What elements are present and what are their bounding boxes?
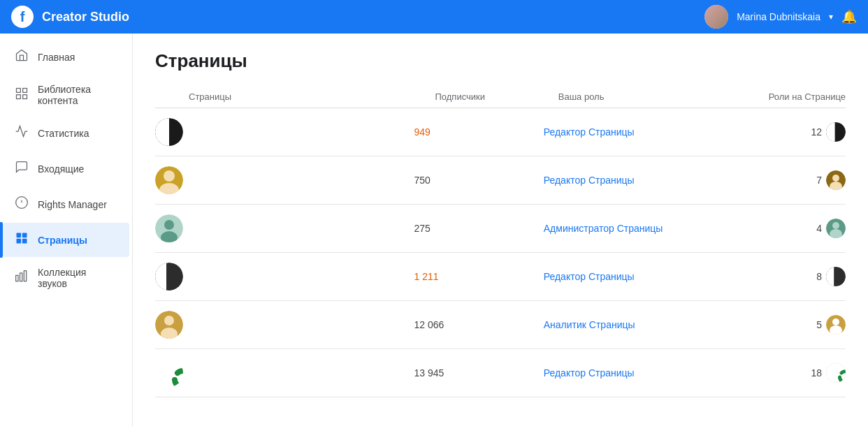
chevron-down-icon[interactable]: ▾	[829, 12, 833, 22]
role-avatar	[826, 219, 846, 238]
svg-point-17	[164, 170, 175, 182]
roles-number: 7	[816, 175, 822, 186]
svg-rect-6	[22, 233, 27, 238]
pages-icon	[14, 231, 29, 249]
cell-roles-count: 18	[716, 363, 846, 383]
library-icon	[14, 87, 29, 104]
table-row[interactable]: 12 066 Аналитик Страницы 5	[155, 301, 846, 349]
svg-rect-10	[20, 273, 22, 281]
page-thumbnail	[155, 311, 183, 339]
page-thumbnail	[155, 118, 183, 146]
header-left: f Creator Studio	[11, 6, 129, 28]
role-avatar	[826, 122, 846, 142]
table-row[interactable]: 275 Администратор Страницы 4	[155, 205, 846, 253]
role-avatar	[826, 315, 846, 335]
table-row[interactable]: 949 Редактор Страницы 12	[155, 108, 846, 156]
sidebar-item-rights[interactable]: Rights Manager	[3, 187, 129, 221]
sidebar-label-home: Главная	[38, 52, 75, 63]
cell-roles-count: 8	[716, 267, 846, 286]
rights-icon	[14, 196, 29, 213]
cell-page	[155, 263, 414, 291]
cell-subscribers: 275	[414, 223, 544, 234]
svg-point-23	[164, 220, 174, 230]
sidebar-label-inbox: Входящие	[38, 163, 84, 175]
cell-role: Редактор Страницы	[544, 367, 716, 379]
cell-role: Редактор Страницы	[544, 126, 716, 138]
page-title: Страницы	[155, 50, 846, 72]
sounds-icon	[14, 270, 29, 287]
sidebar-item-stats[interactable]: Статистика	[3, 116, 129, 150]
svg-rect-1	[23, 88, 27, 92]
sidebar-wrapper-home: Главная	[0, 39, 132, 75]
header-right: Marina Dubnitskaia ▾ 🔔	[704, 5, 857, 29]
sidebar-item-library[interactable]: Библиотека контента	[3, 75, 129, 115]
svg-rect-8	[22, 239, 27, 244]
svg-rect-2	[17, 94, 21, 98]
svg-point-33	[164, 316, 174, 325]
page-thumbnail	[155, 263, 183, 291]
cell-subscribers: 750	[414, 175, 544, 186]
cell-subscribers: 13 945	[414, 367, 544, 379]
main-content: Страницы Страницы Подписчики Ваша роль Р…	[133, 34, 868, 426]
table-row[interactable]: 750 Редактор Страницы 7	[155, 156, 846, 205]
cell-roles-count: 4	[716, 219, 846, 238]
notification-bell-icon[interactable]: 🔔	[841, 9, 857, 24]
roles-number: 5	[816, 319, 822, 330]
stats-icon	[14, 124, 29, 142]
page-thumbnail	[155, 166, 183, 194]
sidebar-item-home[interactable]: Главная	[3, 40, 129, 74]
pages-table: 949 Редактор Страницы 12 750 Редактор Ст…	[155, 108, 846, 397]
main-layout: Главная Библиотека контента Статистика	[0, 34, 868, 426]
roles-number: 18	[811, 367, 822, 379]
sidebar-label-stats: Статистика	[38, 128, 89, 139]
sidebar-wrapper-rights: Rights Manager	[0, 186, 132, 222]
cell-subscribers: 12 066	[414, 319, 544, 330]
cell-page	[155, 214, 414, 242]
sidebar-item-sounds[interactable]: Коллекция звуков	[3, 258, 129, 298]
sidebar-label-rights: Rights Manager	[38, 199, 107, 210]
cell-page	[155, 118, 414, 146]
page-thumbnail	[155, 359, 183, 387]
cell-roles-count: 7	[716, 170, 846, 190]
sidebar-wrapper-library: Библиотека контента	[0, 75, 132, 115]
user-avatar	[704, 5, 728, 29]
table-row[interactable]: 13 945 Редактор Страницы 18	[155, 349, 846, 397]
svg-point-20	[832, 175, 839, 182]
cell-role: Редактор Страницы	[544, 175, 716, 186]
sidebar-label-library: Библиотека контента	[38, 84, 118, 106]
role-avatar	[826, 170, 846, 190]
role-avatar	[826, 267, 846, 286]
svg-rect-0	[17, 88, 21, 92]
sidebar-wrapper-sounds: Коллекция звуков	[0, 258, 132, 298]
svg-rect-11	[24, 270, 26, 281]
svg-rect-5	[17, 233, 22, 238]
fb-logo: f	[11, 6, 34, 28]
table-row[interactable]: 1 211 Редактор Страницы 8	[155, 253, 846, 301]
svg-rect-9	[16, 275, 18, 281]
role-avatar	[826, 363, 846, 383]
roles-number: 8	[816, 271, 822, 282]
col-header-pages: Страницы	[155, 91, 435, 102]
sidebar-item-pages[interactable]: Страницы	[3, 223, 129, 257]
sidebar-wrapper-stats: Статистика	[0, 115, 132, 151]
cell-page	[155, 311, 414, 339]
cell-role: Аналитик Страницы	[544, 319, 716, 330]
sidebar-label-pages: Страницы	[38, 235, 87, 246]
cell-role: Редактор Страницы	[544, 271, 716, 282]
svg-point-26	[832, 222, 839, 229]
svg-point-36	[832, 318, 839, 325]
col-header-subscribers: Подписчики	[435, 91, 558, 102]
sidebar-item-inbox[interactable]: Входящие	[3, 152, 129, 186]
cell-roles-count: 5	[716, 315, 846, 335]
inbox-icon	[14, 160, 29, 177]
col-header-role: Ваша роль	[558, 91, 723, 102]
avatar-image	[704, 5, 728, 29]
sidebar: Главная Библиотека контента Статистика	[0, 34, 133, 426]
cell-page	[155, 359, 414, 387]
svg-rect-3	[23, 94, 27, 98]
cell-subscribers: 949	[414, 126, 544, 138]
sidebar-wrapper-inbox: Входящие	[0, 151, 132, 186]
page-thumbnail	[155, 214, 183, 242]
sidebar-wrapper-pages: Страницы	[0, 222, 132, 258]
sidebar-label-sounds: Коллекция звуков	[38, 267, 118, 289]
